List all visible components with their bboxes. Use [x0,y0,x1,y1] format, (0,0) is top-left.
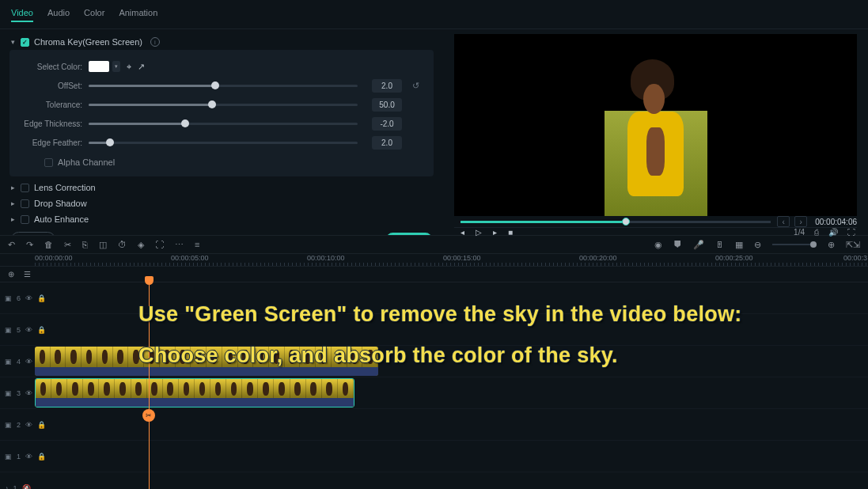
speed-icon[interactable]: ⏱ [118,240,127,249]
more-icon[interactable]: ⋯ [175,240,184,250]
preview-viewport[interactable] [454,34,857,216]
track-row: ▣ 3 👁 🔒 [0,377,868,409]
eye-icon[interactable]: 👁 [25,294,32,302]
chevron-right-icon: ▸ [9,199,16,207]
marker-icon[interactable]: ◈ [138,240,144,250]
reset-button[interactable]: Reset [11,232,55,235]
edge-feather-value[interactable]: 2.0 [372,136,402,150]
stop-button[interactable]: ■ [508,228,513,237]
mute-icon[interactable]: 🔇 [22,484,31,490]
eye-icon[interactable]: 👁 [25,421,32,429]
track-toggle-icon[interactable]: ▣ [5,294,12,302]
alpha-channel-label: Alpha Channel [58,157,115,167]
ruler-tick: 00:00:3 [843,254,867,262]
tab-animation[interactable]: Animation [119,8,157,22]
inspector-tabs: Video Audio Color Animation [0,0,868,29]
settings-icon[interactable]: ≡ [195,240,199,249]
grid-icon[interactable]: ▦ [735,240,743,250]
eye-icon[interactable]: 👁 [25,453,32,461]
ruler-tick: 00:00:05:00 [171,254,209,262]
preview-scale[interactable]: 1/4 [794,228,805,237]
lens-correction-title: Lens Correction [34,183,96,192]
eyedropper-icon[interactable]: ⌖ [127,62,131,72]
reset-icon[interactable]: ↺ [410,81,421,91]
tolerance-value[interactable]: 50.0 [372,98,402,112]
section-chroma-key[interactable]: ▾ Chroma Key(Green Screen) i [9,34,434,50]
eye-icon[interactable]: 👁 [25,389,32,397]
edge-thickness-slider[interactable] [89,123,358,125]
ruler-tick: 00:00:00:00 [35,254,73,262]
drop-shadow-checkbox[interactable] [21,199,29,208]
tab-color[interactable]: Color [84,8,104,22]
color-swatch[interactable] [89,61,109,72]
eyedropper-plus-icon[interactable]: ↗ [138,62,145,72]
prev-frame-button[interactable]: ◂ [461,228,464,237]
ruler-tick: 00:00:20:00 [579,254,617,262]
mic-icon[interactable]: 🎤 [693,240,704,250]
redo-icon[interactable]: ↷ [26,240,33,250]
zoom-slider[interactable] [772,244,817,245]
track-toggle-icon[interactable]: ▣ [5,326,12,334]
info-icon[interactable]: i [150,37,160,47]
fullscreen-icon[interactable]: ⛶ [847,228,855,237]
mixer-icon[interactable]: 🎚 [715,240,724,249]
track-toggle-icon[interactable]: ▣ [5,421,12,429]
edge-feather-label: Edge Feather: [22,138,89,147]
video-clip-selected[interactable] [35,378,354,408]
chroma-key-checkbox[interactable] [21,38,29,47]
timeline-toolbar: ↶ ↷ 🗑 ✂ ⎘ ◫ ⏱ ◈ ⛶ ⋯ ≡ ◉ ⛊ 🎤 🎚 ▦ ⊖ ⊕ ⇱⇲ [0,235,868,254]
timeline-ruler[interactable]: 00:00:00:00 00:00:05:00 00:00:10:00 00:0… [0,254,868,267]
edge-feather-slider[interactable] [89,142,358,144]
add-track-icon[interactable]: ⊕ [8,270,14,279]
speaker-icon[interactable]: 🔊 [828,228,838,237]
ok-button[interactable]: OK [386,233,432,235]
play-button[interactable]: ▷ [476,228,482,237]
next-frame-button[interactable]: ▸ [493,228,497,237]
preview-panel: ‹ › 00:00:04:06 ◂ ▷ ▸ ■ 1/4 ⎙ 🔊 ⛶ [443,29,868,235]
prev-marker-button[interactable]: ‹ [777,216,790,227]
audio-icon[interactable]: ♪ [5,484,9,490]
track-label: 2 [17,421,21,429]
undo-icon[interactable]: ↶ [8,240,15,250]
track-toggle-icon[interactable]: ▣ [5,358,12,366]
track-label: 5 [17,326,21,334]
tolerance-slider[interactable] [89,104,358,106]
snapshot-icon[interactable]: ⎙ [814,228,819,237]
zoom-in-icon[interactable]: ⊕ [828,240,835,250]
eye-icon[interactable]: 👁 [25,326,32,334]
track-toggle-icon[interactable]: ▣ [5,389,12,397]
ruler-tick: 00:00:25:00 [715,254,753,262]
tutorial-text-2: Choose color, and absorb the color of th… [138,343,618,368]
zoom-out-icon[interactable]: ⊖ [754,240,761,250]
tolerance-label: Tolerance: [22,100,89,109]
track-label: 4 [17,358,21,366]
color-dropdown[interactable]: ▾ [112,61,120,72]
record-icon[interactable]: ◉ [654,240,662,250]
track-label: 1 [17,453,21,461]
scissors-icon[interactable]: ✂ [142,409,155,422]
eye-icon[interactable]: 👁 [25,358,32,366]
shield-icon[interactable]: ⛊ [673,240,682,249]
alpha-channel-checkbox[interactable] [44,158,53,167]
delete-icon[interactable]: 🗑 [44,240,53,249]
section-auto-enhance[interactable]: ▸ Auto Enhance [9,211,434,227]
copy-icon[interactable]: ⎘ [82,240,88,249]
next-marker-button[interactable]: › [794,216,807,227]
crop-zoom-icon[interactable]: ⛶ [155,240,164,249]
chroma-key-title: Chroma Key(Green Screen) [34,37,142,47]
tab-video[interactable]: Video [11,8,33,22]
cut-icon[interactable]: ✂ [64,240,71,250]
section-drop-shadow[interactable]: ▸ Drop Shadow [9,195,434,211]
offset-value[interactable]: 2.0 [372,79,402,93]
lens-correction-checkbox[interactable] [21,184,29,192]
offset-slider[interactable] [89,85,358,87]
section-lens-correction[interactable]: ▸ Lens Correction [9,180,434,195]
track-manager-icon[interactable]: ☰ [24,270,31,279]
auto-enhance-checkbox[interactable] [21,215,29,224]
fit-icon[interactable]: ⇱⇲ [846,240,860,250]
track-toggle-icon[interactable]: ▣ [5,453,12,461]
scrub-bar[interactable] [461,221,771,223]
crop-icon[interactable]: ◫ [99,240,107,250]
tab-audio[interactable]: Audio [47,8,70,22]
edge-thickness-value[interactable]: -2.0 [372,117,402,131]
